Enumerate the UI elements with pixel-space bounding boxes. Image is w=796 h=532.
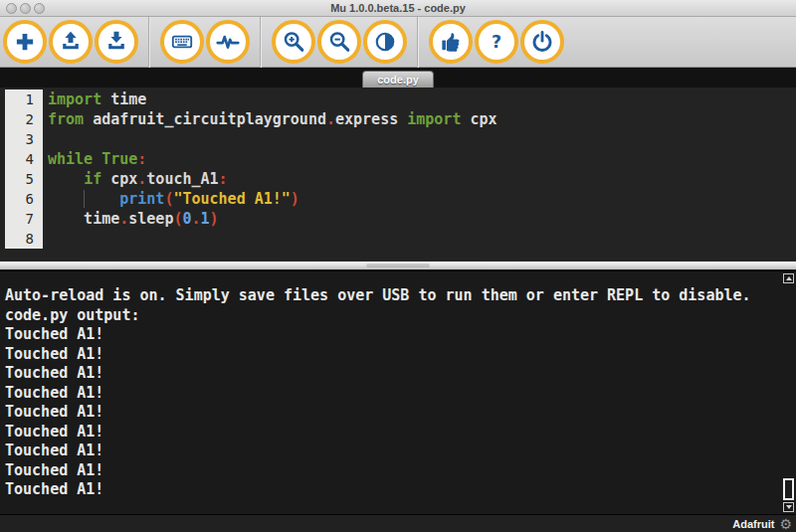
status-bar: Adafruit ⚙ [0, 514, 796, 532]
output-line: Touched A1! [5, 480, 782, 500]
output-lines: Auto-reload is on. Simply save files ove… [0, 271, 796, 500]
mode-label: Adafruit [732, 518, 774, 530]
new-button[interactable] [3, 20, 47, 64]
code-line: time.sleep(0.1) [48, 209, 498, 229]
line-number-gutter: 12345678 [5, 89, 43, 261]
output-line: Touched A1! [5, 345, 782, 365]
line-number: 4 [5, 149, 43, 169]
line-number: 5 [5, 169, 43, 189]
tab-code-py[interactable]: code.py [362, 71, 434, 88]
output-line: Touched A1! [5, 461, 782, 481]
contrast-circle-icon [372, 29, 398, 55]
line-number: 8 [5, 229, 43, 249]
scroll-up-button[interactable] [783, 273, 794, 283]
download-arrow-icon [103, 29, 129, 55]
zoom-window-icon[interactable] [34, 3, 45, 14]
save-button[interactable] [95, 20, 138, 64]
theme-button[interactable] [363, 20, 407, 64]
toolbar-separator [260, 17, 262, 68]
toolbar: ? [0, 17, 796, 68]
code-line: import time [48, 89, 498, 109]
quit-button[interactable] [520, 20, 564, 64]
load-button[interactable] [49, 20, 93, 64]
mu-app-window: Mu 1.0.0.beta.15 - code.py [0, 0, 796, 532]
code-line: from adafruit_circuitplayground.express … [48, 109, 498, 129]
plus-icon [12, 29, 38, 55]
line-number: 2 [5, 109, 43, 129]
question-mark-icon: ? [484, 29, 509, 55]
toolbar-separator [417, 17, 419, 68]
output-line: Touched A1! [5, 403, 782, 423]
magnifier-plus-icon [281, 29, 306, 55]
code-editor[interactable]: 12345678 import timefrom adafruit_circui… [0, 88, 796, 261]
code-line: while True: [48, 149, 498, 169]
output-line: Touched A1! [5, 423, 782, 443]
line-number: 1 [5, 89, 43, 109]
titlebar: Mu 1.0.0.beta.15 - code.py [0, 0, 796, 17]
chevron-down-icon [786, 505, 792, 509]
output-line: Touched A1! [5, 442, 782, 461]
code-text-area[interactable]: import timefrom adafruit_circuitplaygrou… [48, 89, 498, 261]
output-line: Auto-reload is on. Simply save files ove… [5, 286, 782, 306]
svg-text:?: ? [492, 32, 501, 52]
output-line: Touched A1! [5, 325, 782, 345]
output-line: Touched A1! [5, 364, 782, 384]
output-line: code.py output: [5, 306, 782, 326]
check-button[interactable] [429, 20, 473, 64]
indent-guide [84, 190, 85, 208]
scroll-down-button[interactable] [783, 502, 794, 512]
line-number: 3 [5, 129, 43, 149]
line-number: 7 [5, 209, 43, 229]
pulse-wave-icon [215, 29, 241, 55]
zoom-out-button[interactable] [317, 20, 361, 64]
plotter-button[interactable] [206, 20, 250, 64]
line-number: 6 [5, 189, 43, 209]
close-window-icon[interactable] [6, 3, 17, 14]
toolbar-group-file [3, 20, 138, 64]
code-line [48, 129, 498, 149]
keyboard-icon [169, 29, 195, 55]
code-line: print("Touched A1!") [48, 189, 498, 209]
toolbar-group-misc: ? [429, 20, 564, 64]
code-line: if cpx.touch_A1: [48, 169, 498, 189]
scrollbar-thumb[interactable] [783, 478, 794, 500]
toolbar-group-board [160, 20, 250, 64]
traffic-lights [6, 3, 45, 14]
toolbar-separator [148, 17, 150, 68]
chevron-up-icon [786, 276, 792, 280]
output-line: Touched A1! [5, 384, 782, 404]
code-line [48, 229, 498, 249]
zoom-in-button[interactable] [272, 20, 315, 64]
gear-icon[interactable]: ⚙ [779, 517, 792, 531]
tab-bar: code.py [0, 68, 796, 88]
splitter-handle[interactable] [0, 261, 796, 270]
upload-arrow-icon [58, 29, 84, 55]
magnifier-minus-icon [326, 29, 352, 55]
splitter-grip-icon [366, 264, 430, 267]
power-icon [529, 29, 555, 55]
minimize-window-icon[interactable] [20, 3, 31, 14]
help-button[interactable]: ? [475, 20, 518, 64]
toolbar-group-view [272, 20, 407, 64]
serial-output-panel[interactable]: Auto-reload is on. Simply save files ove… [0, 270, 796, 514]
window-title: Mu 1.0.0.beta.15 - code.py [0, 2, 796, 14]
thumbs-up-icon [438, 29, 464, 55]
tab-label: code.py [377, 74, 419, 86]
repl-button[interactable] [160, 20, 204, 64]
